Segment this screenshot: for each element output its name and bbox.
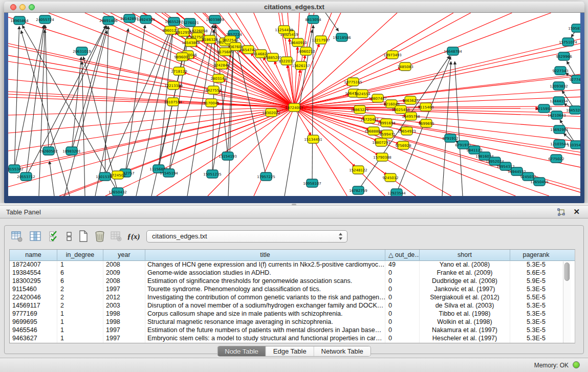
new-table-icon[interactable] (76, 229, 91, 244)
graph-node-yellow[interactable]: 15248122 (349, 166, 367, 174)
graph-node-teal[interactable]: 8813054 (305, 15, 321, 24)
window-titlebar[interactable]: citations_edges.txt (4, 2, 584, 13)
select-rows-icon[interactable] (47, 229, 61, 244)
graph-node-teal[interactable]: 9329966 (556, 52, 572, 60)
table-cell: 2003 (103, 302, 145, 310)
graph-node-yellow[interactable]: 9756928 (395, 141, 411, 149)
graph-node-teal[interactable]: 16782759 (349, 186, 367, 194)
graph-node-teal[interactable]: 12093832 (550, 82, 568, 90)
graph-node-yellow[interactable]: 18807293 (372, 138, 390, 146)
graph-node-teal[interactable]: 26260502 (39, 147, 58, 155)
row-height-icon[interactable] (62, 229, 76, 244)
graph-node-yellow[interactable]: 18863221 (351, 105, 369, 114)
table-row[interactable]: 1938455462009Genome-wide association stu… (10, 269, 562, 277)
graph-node-yellow[interactable]: 10973493 (383, 51, 402, 59)
table-selector-combobox[interactable]: citations_edges.txt (146, 230, 347, 243)
graph-node-yellow[interactable]: 9242848 (213, 61, 229, 69)
graph-node-yellow[interactable]: 7485083 (397, 62, 413, 71)
graph-node-yellow[interactable]: 9170045 (203, 99, 219, 107)
column-header-pagerank[interactable]: pagerank (510, 250, 562, 261)
table-settings-icon[interactable] (10, 229, 24, 244)
graph-node-teal[interactable]: 12923544 (387, 189, 406, 196)
graph-node-yellow[interactable]: 9463627 (402, 96, 418, 104)
graph-node-yellow[interactable]: 2803144 (210, 74, 227, 82)
graph-node-yellow[interactable]: 9115460 (418, 103, 433, 111)
graph-node-teal[interactable]: 20631019 (73, 47, 91, 55)
graph-node-teal[interactable]: 20142893 (120, 14, 139, 23)
graph-node-teal[interactable]: 15276021 (181, 18, 199, 27)
column-header-short[interactable]: short (420, 250, 510, 261)
graph-node-teal[interactable]: 9277443 (569, 75, 580, 83)
select-columns-icon[interactable] (28, 229, 42, 244)
graph-node-teal[interactable]: 20891406 (99, 16, 118, 25)
graph-node-yellow[interactable]: 9699695 (418, 119, 434, 127)
graph-node-teal[interactable]: 18924304 (137, 15, 155, 24)
graph-node-teal[interactable]: 10958107 (303, 179, 321, 187)
graph-node-yellow[interactable]: 15134451 (304, 135, 322, 143)
column-header-name[interactable]: name (10, 250, 57, 261)
table-row[interactable]: 969969511998Structural magnetic resonanc… (10, 318, 562, 326)
graph-node-teal[interactable]: 9227343 (552, 67, 568, 75)
table-row[interactable]: 1456911722003Disruption of a novel membe… (10, 302, 562, 310)
graph-node-teal[interactable]: 16648784 (444, 47, 462, 55)
tab-node-table[interactable]: Node Table (217, 346, 266, 356)
graph-node-teal[interactable]: 12103544 (550, 140, 569, 148)
graph-node-teal[interactable]: 20553712 (17, 172, 35, 181)
float-panel-icon[interactable] (557, 208, 565, 216)
scrollbar-thumb[interactable] (564, 262, 570, 281)
graph-node-teal[interactable]: 8215958 (536, 104, 552, 113)
graph-node-teal[interactable]: 8791912 (442, 134, 458, 142)
network-canvas-svg: 1896586424055724208914062014289318924304… (8, 13, 580, 196)
graph-node-yellow[interactable]: 9245012 (382, 173, 398, 182)
table-cell: 2 (57, 294, 103, 302)
graph-node-teal[interactable]: 15051235 (203, 170, 222, 178)
tab-network-table[interactable]: Network Table (314, 346, 371, 356)
graph-node-yellow[interactable]: 18107554 (164, 98, 182, 106)
svg-text:15134451: 15134451 (304, 138, 322, 142)
memory-status-icon[interactable] (573, 361, 580, 368)
graph-node-teal[interactable]: 12650432 (108, 188, 127, 196)
graph-node-yellow[interactable]: 8427552 (205, 86, 221, 94)
network-canvas[interactable]: 1896586424055724208914062014289318924304… (8, 13, 580, 196)
tab-edge-table[interactable]: Edge Table (266, 346, 314, 356)
graph-node-yellow[interactable]: 10807487 (368, 94, 387, 102)
graph-node-yellow[interactable]: 2718120 (171, 67, 187, 75)
table-row[interactable]: 911546021997Tourette syndrome. Phenomeno… (10, 286, 562, 294)
table-row[interactable]: 946362711997Embryonic stem cells: a mode… (10, 335, 562, 343)
graph-node-yellow[interactable]: 15790388 (373, 153, 391, 161)
table-row[interactable]: 977716911998Corpus callosum shape and si… (10, 310, 562, 318)
column-header-out_de[interactable]: △ out_de… (385, 250, 420, 261)
vertical-scrollbar[interactable] (563, 261, 571, 343)
function-builder-icon[interactable]: ƒ(x) (126, 229, 141, 244)
table-cell: 1997 (103, 286, 145, 294)
column-header-year[interactable]: year (103, 250, 145, 261)
close-panel-icon[interactable]: ✕ (573, 207, 580, 216)
graph-node-yellow[interactable]: 8599471 (379, 130, 395, 138)
graph-node-teal[interactable]: 15154193 (219, 152, 237, 160)
table-row[interactable]: 2242004622012Investigating the contribut… (10, 294, 562, 302)
svg-text:8599471: 8599471 (379, 133, 395, 137)
svg-text:20891406: 20891406 (99, 19, 118, 23)
graph-node-teal[interactable]: 24055724 (36, 15, 54, 24)
graph-node-yellow[interactable]: 9724502 (110, 171, 125, 179)
graph-node-yellow[interactable]: 12217937 (312, 36, 330, 44)
graph-node-teal[interactable]: 15958312 (568, 24, 580, 32)
table-cell: Corpus callosum shape and size in male p… (145, 310, 385, 318)
table-row[interactable]: 1830029562008Estimation of significance … (10, 277, 562, 286)
svg-text:18453201: 18453201 (566, 108, 580, 113)
graph-node-yellow[interactable]: 9896001 (174, 53, 190, 61)
graph-node-teal[interactable]: 6775022 (548, 155, 564, 163)
graph-node-teal[interactable]: 19218586 (333, 33, 351, 41)
graph-node-teal[interactable]: 18965864 (10, 16, 29, 25)
graph-node-teal[interactable]: 11035433 (567, 141, 580, 149)
table-row[interactable]: 946554611997Estimation of the future num… (10, 326, 562, 335)
column-header-in_degree[interactable]: in_degree (57, 250, 103, 261)
graph-node-yellow[interactable]: 8186328 (202, 35, 217, 43)
graph-node-teal[interactable]: 17957225 (257, 172, 275, 181)
import-table-icon[interactable] (109, 229, 123, 244)
delete-table-icon[interactable] (93, 229, 107, 244)
graph-node-yellow[interactable]: 16960210 (297, 47, 315, 55)
table-row[interactable]: 1872400712008Changes of HCN gene express… (10, 261, 562, 269)
graph-node-yellow[interactable]: 9175685 (217, 48, 233, 56)
column-header-title[interactable]: title (145, 250, 385, 261)
